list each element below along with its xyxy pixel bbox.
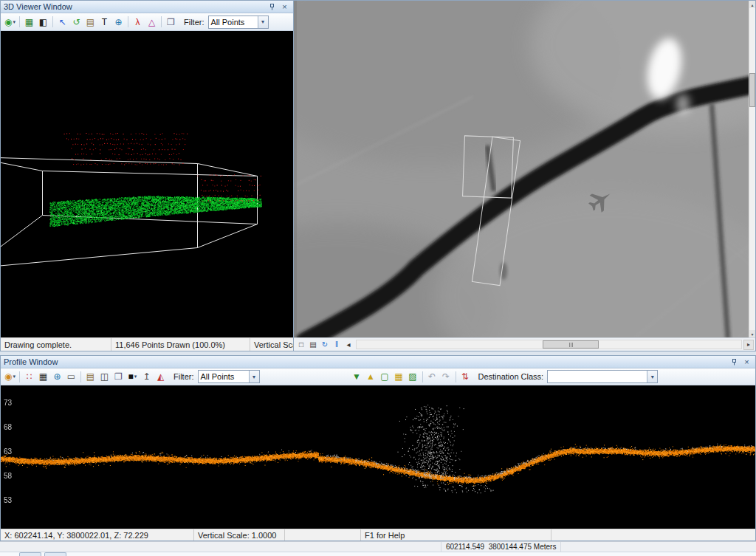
3d-viewer-title: 3D Viewer Window: [4, 2, 265, 11]
grip-line: [569, 343, 570, 347]
horizontal-scrollbar[interactable]: [356, 340, 742, 349]
copy-view-icon[interactable]: ❐: [164, 15, 178, 29]
points-drawn-status: 11,646 Points Drawn (100.0%): [111, 338, 250, 351]
redo-icon[interactable]: ↷: [439, 370, 453, 384]
profile-view-canvas[interactable]: [1, 385, 755, 529]
3d-view-canvas[interactable]: [1, 31, 293, 337]
point-display-icon[interactable]: ▦: [22, 15, 36, 29]
vertical-scale-value: Vertical Scale: 1.0000: [194, 529, 285, 540]
bright-blob-small: [676, 94, 690, 114]
image-area: ▴ ▾: [294, 1, 755, 337]
3d-viewer-panel: 3D Viewer Window × ◉▾▦◧↖↺▤T⊕λ△❐ Filter: …: [0, 0, 294, 351]
glyph: λ: [136, 18, 140, 27]
taskbar-button[interactable]: [44, 552, 66, 556]
horizontal-scroll-thumb[interactable]: [543, 340, 599, 349]
undo-icon[interactable]: ↶: [425, 370, 439, 384]
snapshot-icon[interactable]: ▤: [307, 339, 319, 351]
scroll-down-icon[interactable]: ▾: [749, 330, 755, 337]
glyph: ❐: [167, 18, 175, 27]
vertical-scroll-thumb[interactable]: [749, 73, 755, 107]
ortho-image-view[interactable]: [294, 1, 749, 337]
glyph: ▤: [86, 18, 94, 27]
zoom-extents-icon[interactable]: ⊕: [111, 15, 126, 29]
text-annotation-icon[interactable]: T: [97, 15, 111, 29]
vertical-scrollbar[interactable]: ▴ ▾: [749, 1, 755, 337]
classify-fence-icon[interactable]: ▢: [378, 370, 392, 384]
grid-display-icon[interactable]: ▦: [36, 370, 50, 384]
profile-titlebar: Profile Window ×: [1, 356, 755, 368]
extent-box-icon[interactable]: □: [295, 339, 307, 351]
destination-class-select[interactable]: ▾: [547, 370, 658, 383]
color-by-elevation-dropdown[interactable]: ◉▾: [3, 15, 17, 29]
glyph: ▲: [366, 372, 375, 381]
status-spacer: [0, 542, 441, 552]
cursor-coordinates: X: 602241.14, Y: 3800022.01, Z: 72.229: [1, 529, 194, 540]
point-size-icon[interactable]: ∷: [22, 370, 36, 384]
chevron-down-icon: ▾: [13, 374, 16, 380]
glyph: ■: [128, 372, 134, 381]
app-statusbar: 602114.549 3800144.475 Meters: [0, 541, 756, 552]
profile-filter-select[interactable]: All Points ▾: [198, 370, 260, 383]
toolbar-separator: [456, 371, 456, 382]
zoom-window-icon[interactable]: ⊕: [50, 370, 64, 384]
navigate-arrow-icon[interactable]: ↖: [55, 15, 69, 29]
scroll-left-icon[interactable]: ◂: [343, 339, 354, 351]
scroll-right-icon[interactable]: ▸: [743, 340, 754, 350]
3d-viewer-titlebar: 3D Viewer Window ×: [1, 1, 293, 13]
glyph: ◉: [4, 372, 12, 381]
class-sort-icon[interactable]: ⇅: [458, 370, 472, 384]
taskbar-button[interactable]: [19, 552, 41, 556]
breakline-tool-icon[interactable]: λ: [131, 15, 145, 29]
pin-icon[interactable]: [267, 2, 278, 12]
toolbar-separator: [80, 371, 81, 382]
viewer-properties-icon[interactable]: ▤: [83, 15, 97, 29]
glyph: ∷: [27, 372, 32, 381]
orbit-rotate-icon[interactable]: ↺: [69, 15, 83, 29]
grip-line: [571, 343, 571, 347]
destination-class-label: Destination Class:: [478, 372, 544, 381]
print-icon[interactable]: ▭: [64, 370, 78, 384]
copy-icon[interactable]: ❐: [111, 370, 126, 384]
glyph: ‖: [335, 341, 338, 349]
classify-grid-icon[interactable]: ▦: [392, 370, 406, 384]
grip-line: [572, 343, 573, 347]
glyph: ◫: [100, 372, 109, 381]
glyph: ↖: [58, 18, 66, 27]
glyph: △: [148, 18, 155, 27]
classify-brush-icon[interactable]: ▨: [406, 370, 420, 384]
chevron-down-icon: ▾: [647, 371, 657, 382]
pin-icon[interactable]: [729, 357, 740, 367]
profile-view-area: 7368635853: [1, 385, 755, 529]
glyph: ⊕: [53, 372, 61, 381]
class-color-swatch-dropdown[interactable]: ■▾: [126, 370, 140, 384]
scroll-up-icon[interactable]: ▴: [749, 1, 755, 8]
3d-viewer-statusbar: Drawing complete. 11,646 Points Drawn (1…: [1, 337, 293, 351]
profile-statusbar: X: 602241.14, Y: 3800022.01, Z: 72.229 V…: [1, 529, 755, 540]
elevation-label: 73: [4, 399, 12, 407]
intensity-display-icon[interactable]: ◧: [36, 15, 50, 29]
image-bottom-bar: □▤↻‖◂ ▸: [294, 337, 755, 351]
pause-icon[interactable]: ‖: [331, 339, 343, 351]
classify-rect-icon[interactable]: ▼: [350, 370, 364, 384]
toolbar-separator: [161, 16, 162, 27]
profile-color-mode-dropdown[interactable]: ◉▾: [3, 370, 17, 384]
glyph: ↷: [442, 372, 450, 381]
glyph: ↻: [322, 341, 328, 349]
properties-icon[interactable]: ▤: [83, 370, 97, 384]
colorize-icon[interactable]: ◭: [154, 370, 168, 384]
application-window: 3D Viewer Window × ◉▾▦◧↖↺▤T⊕λ△❐ Filter: …: [0, 0, 756, 556]
glyph: ▦: [394, 372, 402, 381]
glyph: ◂: [346, 341, 350, 349]
refresh-icon[interactable]: ↻: [319, 339, 331, 351]
tin-display-icon[interactable]: △: [145, 15, 159, 29]
split-window-icon[interactable]: ◫: [97, 370, 111, 384]
filter-label: Filter:: [184, 18, 205, 27]
classify-poly-icon[interactable]: ▲: [364, 370, 378, 384]
glyph: ◉: [4, 18, 12, 27]
chevron-down-icon: ▾: [134, 374, 137, 380]
profile-toolbar: ◉▾∷▦⊕▭▤◫❐■▾↥◭ Filter: All Points ▾ ▼▲▢▦▨…: [1, 368, 755, 385]
filter-select[interactable]: All Points ▾: [208, 16, 269, 29]
close-icon[interactable]: ×: [279, 2, 290, 12]
export-icon[interactable]: ↥: [140, 370, 154, 384]
close-icon[interactable]: ×: [741, 357, 752, 367]
